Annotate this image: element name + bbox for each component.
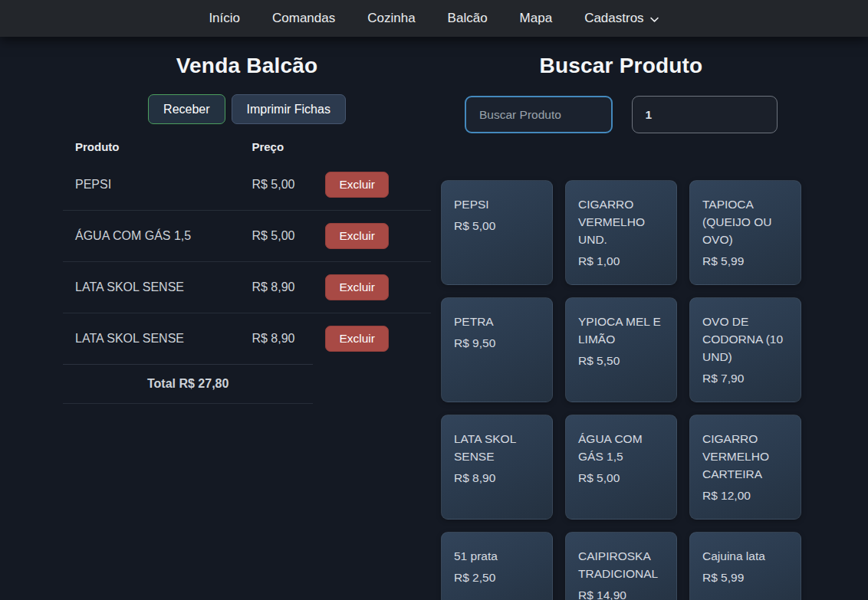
product-card[interactable]: CAIPIROSKA TRADICIONALR$ 14,90 [565,532,677,600]
search-controls [437,96,805,133]
product-name: LATA SKOL SENSE [454,430,540,465]
nav-item-inicio[interactable]: Início [209,11,240,26]
product-card[interactable]: PEPSIR$ 5,00 [441,180,553,285]
cart-row-price: R$ 5,00 [239,159,313,211]
product-card[interactable]: OVO DE CODORNA (10 UND)R$ 7,90 [689,297,801,402]
cart-row-actions: Excluir [313,159,431,211]
product-card[interactable]: TAPIOCA (QUEIJO OU OVO)R$ 5,99 [689,180,801,285]
product-price: R$ 5,50 [578,352,664,369]
quantity-input[interactable] [632,96,778,133]
product-price: R$ 5,00 [578,469,664,487]
product-name: CAIPIROSKA TRADICIONAL [578,547,664,582]
cart-header-price: Preço [239,133,313,159]
cart-row-product: PEPSI [63,159,239,211]
cart-total-spacer [313,364,431,403]
cart-row-actions: Excluir [313,262,431,313]
buscar-produto-title: Buscar Produto [437,54,805,78]
chevron-down-icon [649,15,659,25]
nav-item-balcao[interactable]: Balcão [448,11,488,26]
product-price: R$ 12,00 [702,487,788,504]
cart-header-product: Produto [63,133,239,159]
cart-total: Total R$ 27,80 [63,364,313,403]
nav-item-cozinha[interactable]: Cozinha [367,11,415,26]
cart-row: LATA SKOL SENSER$ 8,90Excluir [63,262,431,313]
buscar-produto-section: Buscar Produto PEPSIR$ 5,00CIGARRO VERME… [434,37,808,600]
product-name: TAPIOCA (QUEIJO OU OVO) [702,195,788,248]
excluir-button[interactable]: Excluir [325,274,389,300]
excluir-button[interactable]: Excluir [325,326,389,352]
product-name: PETRA [454,313,540,330]
nav-item-label: Cozinha [367,11,415,26]
cart-row: LATA SKOL SENSER$ 8,90Excluir [63,313,431,365]
main-content: Venda Balcão Receber Imprimir Fichas Pro… [60,37,808,600]
product-name: PEPSI [454,195,540,213]
product-price: R$ 14,90 [578,586,664,600]
cart-row-product: LATA SKOL SENSE [63,262,239,313]
product-card[interactable]: YPIOCA MEL E LIMÃOR$ 5,50 [565,297,677,402]
product-price: R$ 5,99 [702,569,788,586]
product-price: R$ 1,00 [578,252,664,270]
cart-row-price: R$ 8,90 [239,313,313,365]
excluir-button[interactable]: Excluir [325,172,389,198]
product-price: R$ 5,00 [454,217,540,234]
nav-item-label: Início [209,11,240,26]
product-price: R$ 2,50 [454,569,540,586]
venda-balcao-section: Venda Balcão Receber Imprimir Fichas Pro… [60,37,434,600]
nav-item-label: Balcão [448,11,488,26]
excluir-button[interactable]: Excluir [325,223,389,249]
product-name: OVO DE CODORNA (10 UND) [702,313,788,366]
nav-item-mapa[interactable]: Mapa [520,11,553,26]
product-price: R$ 8,90 [454,469,540,487]
product-card[interactable]: PETRAR$ 9,50 [441,297,553,402]
product-card[interactable]: LATA SKOL SENSER$ 8,90 [441,415,553,520]
cart-header-actions [313,133,431,159]
product-name: CIGARRO VERMELHO UND. [578,195,664,248]
cart-table: Produto Preço PEPSIR$ 5,00ExcluirÁGUA CO… [63,133,431,404]
search-input[interactable] [465,96,613,133]
product-name: 51 prata [454,547,540,565]
cart-row-price: R$ 5,00 [239,211,313,262]
imprimir-fichas-button[interactable]: Imprimir Fichas [232,94,346,124]
nav-item-label: Mapa [520,11,553,26]
product-card[interactable]: CIGARRO VERMELHO UND.R$ 1,00 [565,180,677,285]
product-name: ÁGUA COM GÁS 1,5 [578,430,664,465]
cart-row: PEPSIR$ 5,00Excluir [63,159,431,211]
cart-row-actions: Excluir [313,313,431,365]
cart-row-actions: Excluir [313,211,431,262]
cart-total-row: Total R$ 27,80 [63,364,431,403]
product-price: R$ 5,99 [702,252,788,270]
receber-button[interactable]: Receber [148,94,225,124]
product-name: CIGARRO VERMELHO CARTEIRA [702,430,788,483]
cart-row-price: R$ 8,90 [239,262,313,313]
product-grid: PEPSIR$ 5,00CIGARRO VERMELHO UND.R$ 1,00… [437,180,805,600]
nav-item-comandas[interactable]: Comandas [272,11,335,26]
product-price: R$ 7,90 [702,369,788,387]
product-card[interactable]: CIGARRO VERMELHO CARTEIRAR$ 12,00 [689,415,801,520]
cart-row-product: LATA SKOL SENSE [63,313,239,365]
cart-table-header-row: Produto Preço [63,133,431,159]
product-card[interactable]: ÁGUA COM GÁS 1,5R$ 5,00 [565,415,677,520]
product-card[interactable]: 51 prataR$ 2,50 [441,532,553,600]
product-name: YPIOCA MEL E LIMÃO [578,313,664,348]
sale-actions: Receber Imprimir Fichas [63,94,431,124]
cart-row: ÁGUA COM GÁS 1,5R$ 5,00Excluir [63,211,431,262]
product-name: Cajuina lata [702,547,788,565]
product-card[interactable]: Cajuina lataR$ 5,99 [689,532,801,600]
top-navbar: InícioComandasCozinhaBalcãoMapaCadastros [0,0,868,37]
nav-item-label: Cadastros [584,11,643,26]
nav-item-cadastros[interactable]: Cadastros [584,11,659,26]
venda-balcao-title: Venda Balcão [63,54,431,78]
cart-row-product: ÁGUA COM GÁS 1,5 [63,211,239,262]
product-price: R$ 9,50 [454,334,540,352]
nav-item-label: Comandas [272,11,335,26]
